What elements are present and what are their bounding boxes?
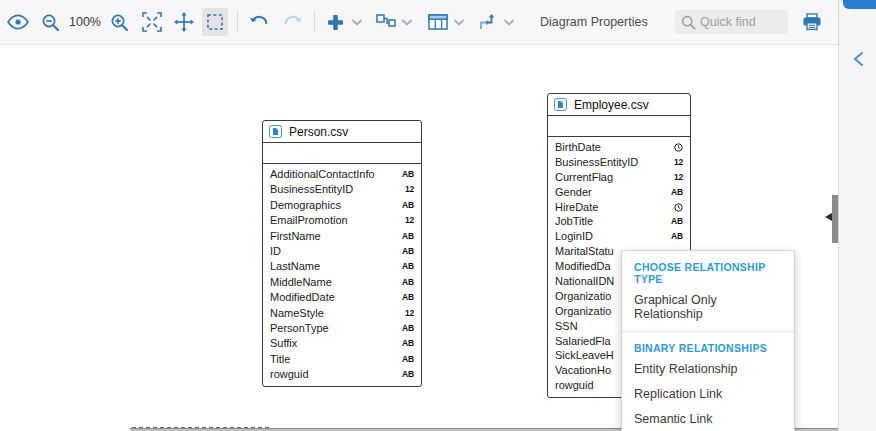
attribute-row[interactable]: BusinessEntityID12	[548, 155, 690, 170]
attribute-name: NationalIDN	[555, 274, 614, 289]
entity-file-icon	[554, 98, 567, 111]
attribute-name: CurrentFlag	[555, 170, 613, 185]
attribute-row[interactable]: BirthDate	[548, 140, 690, 155]
add-chevron-down-icon[interactable]	[352, 19, 362, 26]
attribute-type: AB	[671, 214, 683, 229]
attribute-type: AB	[402, 229, 414, 244]
swap-arrows-icon[interactable]	[476, 8, 500, 36]
attribute-row[interactable]: HireDate	[548, 200, 690, 215]
details-tab[interactable]: Details	[850, 78, 876, 123]
menu-item[interactable]: Replication Link	[622, 382, 794, 407]
attribute-row[interactable]: IDAB	[263, 244, 421, 259]
diagram-canvas[interactable]: Person.csv AdditionalContactInfoABBusine…	[0, 45, 838, 431]
chevron-left-icon	[853, 52, 864, 66]
toolbar-separator	[314, 11, 315, 33]
attribute-name: VacationHo	[555, 363, 611, 378]
quick-find-input[interactable]	[700, 15, 780, 29]
attribute-name: BirthDate	[555, 140, 601, 155]
pan-icon[interactable]	[172, 8, 196, 36]
attribute-name: MaritalStatu	[555, 244, 614, 259]
attribute-name: NameStyle	[270, 306, 324, 321]
attribute-name: ID	[270, 244, 281, 259]
attribute-row[interactable]: NameStyle12	[263, 306, 421, 321]
details-panel: Details	[838, 0, 876, 431]
attribute-name: rowguid	[270, 367, 309, 382]
table-chevron-down-icon[interactable]	[454, 19, 464, 26]
fit-to-window-icon[interactable]	[140, 8, 164, 36]
attribute-type: 12	[674, 155, 683, 170]
attribute-name: Gender	[555, 185, 592, 200]
attribute-row[interactable]: LastNameAB	[263, 259, 421, 274]
zoom-out-icon[interactable]	[38, 8, 62, 36]
attribute-row[interactable]: GenderAB	[548, 185, 690, 200]
attribute-row[interactable]: LoginIDAB	[548, 229, 690, 244]
attribute-row[interactable]: AdditionalContactInfoAB	[263, 167, 421, 182]
eye-icon[interactable]	[6, 8, 30, 36]
menu-item[interactable]: Semantic Link	[622, 407, 794, 431]
table-view-icon[interactable]	[426, 8, 450, 36]
attribute-name: Suffix	[270, 336, 297, 351]
attribute-name: LoginID	[555, 229, 593, 244]
layout-icon[interactable]	[374, 8, 398, 36]
entity-header[interactable]: Person.csv	[263, 121, 421, 143]
attribute-row[interactable]: PersonTypeAB	[263, 321, 421, 336]
attribute-type: 12	[405, 213, 414, 228]
attribute-name: ModifiedDa	[555, 259, 611, 274]
attribute-name: Organizatio	[555, 304, 611, 319]
redo-icon[interactable]	[281, 8, 305, 36]
top-button-fragment	[843, 0, 876, 9]
attribute-row[interactable]: CurrentFlag12	[548, 170, 690, 185]
attribute-name: MiddleName	[270, 275, 332, 290]
menu-separator	[622, 331, 794, 332]
attribute-type: AB	[402, 367, 414, 382]
attribute-type: AB	[671, 185, 683, 200]
quick-find[interactable]	[675, 10, 788, 34]
attribute-row[interactable]: JobTitleAB	[548, 214, 690, 229]
collapse-panel-button[interactable]	[839, 52, 876, 66]
attribute-type: 12	[674, 170, 683, 185]
attribute-name: Title	[270, 352, 290, 367]
undo-icon[interactable]	[247, 8, 271, 36]
zoom-in-icon[interactable]	[108, 8, 132, 36]
entity-title: Employee.csv	[574, 98, 649, 112]
entity-key-area	[263, 143, 421, 164]
attribute-name: EmailPromotion	[270, 213, 348, 228]
attribute-list: AdditionalContactInfoABBusinessEntityID1…	[263, 164, 421, 386]
add-icon[interactable]	[324, 8, 348, 36]
attribute-name: BusinessEntityID	[555, 155, 638, 170]
clock-icon	[674, 203, 683, 212]
attribute-row[interactable]: FirstNameAB	[263, 229, 421, 244]
attribute-row[interactable]: DemographicsAB	[263, 198, 421, 213]
attribute-row[interactable]: TitleAB	[263, 352, 421, 367]
attribute-row[interactable]: BusinessEntityID12	[263, 182, 421, 197]
attribute-row[interactable]: SuffixAB	[263, 336, 421, 351]
diagram-properties-button[interactable]: Diagram Properties	[540, 15, 648, 29]
menu-section-header: CHOOSE RELATIONSHIP TYPE	[622, 255, 794, 288]
vertical-scrollbar-thumb[interactable]	[832, 195, 838, 243]
attribute-type: AB	[402, 167, 414, 182]
attribute-row[interactable]: ModifiedDateAB	[263, 290, 421, 305]
menu-item[interactable]: Graphical Only Relationship	[622, 288, 794, 327]
attribute-row[interactable]: EmailPromotion12	[263, 213, 421, 228]
zoom-level: 100%	[69, 15, 101, 29]
swap-chevron-down-icon[interactable]	[504, 19, 514, 26]
attribute-name: SickLeaveH	[555, 348, 614, 363]
attribute-name: FirstName	[270, 229, 321, 244]
attribute-name: Organizatio	[555, 289, 611, 304]
attribute-row[interactable]: rowguidAB	[263, 367, 421, 382]
attribute-row[interactable]: MiddleNameAB	[263, 275, 421, 290]
layout-chevron-down-icon[interactable]	[402, 19, 412, 26]
menu-item[interactable]: Entity Relationship	[622, 357, 794, 382]
clock-icon	[674, 143, 683, 152]
attribute-name: BusinessEntityID	[270, 182, 353, 197]
attribute-type: AB	[402, 275, 414, 290]
attribute-name: PersonType	[270, 321, 329, 336]
entity-header[interactable]: Employee.csv	[548, 94, 690, 116]
print-icon[interactable]	[800, 8, 824, 36]
toolbar-separator	[237, 11, 238, 33]
marquee-select-icon[interactable]	[202, 8, 228, 36]
attribute-name: HireDate	[555, 200, 598, 215]
entity-key-area	[548, 116, 690, 137]
entity-person[interactable]: Person.csv AdditionalContactInfoABBusine…	[262, 120, 422, 387]
collapse-arrow-icon[interactable]	[825, 213, 832, 221]
